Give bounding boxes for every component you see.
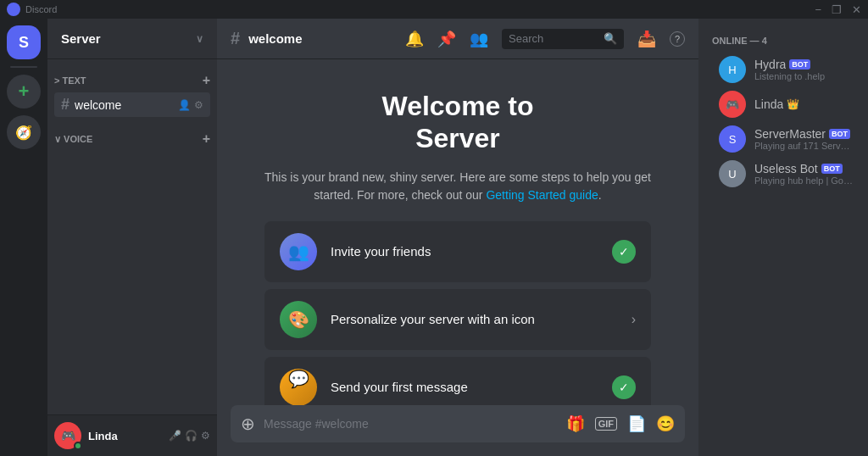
server-list: S + 🧭 xyxy=(0,19,47,456)
main-content: # welcome 🔔 📌 👥 🔍 📥 ? Welcome to Serv xyxy=(217,19,698,456)
welcome-section: Welcome to Server This is your brand new… xyxy=(231,73,685,405)
message-input-area: ⊕ 🎁 GIF 📄 😊 xyxy=(217,405,698,456)
settings-icon[interactable]: ⚙ xyxy=(194,99,203,111)
getting-started-link[interactable]: Getting Started guide xyxy=(486,188,598,202)
channel-hash-icon: # xyxy=(61,96,70,114)
restore-button[interactable]: ❐ xyxy=(832,3,842,16)
server-name: Server xyxy=(61,31,101,46)
member-name-hydra: Hydra xyxy=(754,58,786,71)
member-bot-badge-uselessbot: BOT xyxy=(821,164,843,174)
task-message-label: Send your first message xyxy=(331,380,598,394)
server-header[interactable]: Server ∨ xyxy=(47,19,217,59)
member-info-uselessbot: Useless Bot BOT Playing hub help | Going… xyxy=(754,162,854,186)
member-bot-badge-hydra: BOT xyxy=(789,59,810,70)
member-item-uselessbot[interactable]: U Useless Bot BOT Playing hub help | Goi… xyxy=(705,157,861,191)
user-settings-button[interactable]: ⚙ xyxy=(201,430,210,442)
task-personalize-icon: 🎨 xyxy=(280,301,317,338)
search-box[interactable]: 🔍 xyxy=(502,29,624,49)
help-icon[interactable]: ? xyxy=(670,31,685,47)
message-input[interactable] xyxy=(264,417,558,431)
member-item-linda[interactable]: 🎮 Linda 👑 xyxy=(705,87,861,121)
explore-button[interactable]: 🧭 xyxy=(7,115,41,149)
task-personalize[interactable]: 🎨 Personalize your server with an icon › xyxy=(264,289,651,350)
inbox-icon[interactable]: 📥 xyxy=(637,30,656,48)
task-invite-icon: 👥 xyxy=(280,233,317,270)
member-name-linda: Linda xyxy=(754,97,783,111)
gif-button[interactable]: GIF xyxy=(595,417,617,431)
member-avatar-uselessbot: U xyxy=(719,160,746,187)
close-button[interactable]: ✕ xyxy=(852,3,861,16)
task-personalize-label: Personalize your server with an icon xyxy=(331,312,618,326)
member-name-servermaster: ServerMaster xyxy=(754,127,826,141)
task-invite[interactable]: 👥 Invite your friends ✓ xyxy=(264,221,651,282)
task-message-check: ✓ xyxy=(612,375,636,399)
member-name-uselessbot: Useless Bot xyxy=(754,162,818,175)
members-sidebar: ONLINE — 4 H Hydra BOT Listening to .hel… xyxy=(698,19,868,456)
voice-category[interactable]: ∨ VOICE + xyxy=(47,118,217,150)
member-status-uselessbot: Playing hub help | Going to sle... xyxy=(754,175,854,186)
header-actions: 🔔 📌 👥 🔍 📥 ? xyxy=(405,29,685,49)
task-list: 👥 Invite your friends ✓ 🎨 Personalize yo… xyxy=(264,221,651,405)
member-info-linda: Linda 👑 xyxy=(754,97,854,111)
channel-header: # welcome 🔔 📌 👥 🔍 📥 ? xyxy=(217,19,698,59)
task-personalize-chevron: › xyxy=(632,312,636,327)
bell-icon[interactable]: 🔔 xyxy=(405,30,424,48)
server-header-chevron: ∨ xyxy=(196,33,203,45)
add-server-button[interactable]: + xyxy=(7,75,41,108)
crown-icon: 👑 xyxy=(787,98,799,110)
member-avatar-hydra: H xyxy=(719,56,746,83)
channel-hash: # xyxy=(231,29,240,48)
message-add-button[interactable]: ⊕ xyxy=(241,414,255,434)
message-input-actions: 🎁 GIF 📄 😊 xyxy=(566,414,675,433)
channel-sidebar: Server ∨ > TEXT + # welcome 👤 ⚙ ∨ VOICE … xyxy=(47,19,217,456)
invite-icon: 👤 xyxy=(178,99,191,111)
member-status-servermaster: Playing auf 171 Servern · /help xyxy=(754,141,854,151)
welcome-title: Welcome to Server xyxy=(264,90,651,155)
member-info-servermaster: ServerMaster BOT Playing auf 171 Servern… xyxy=(754,127,854,151)
member-info-hydra: Hydra BOT Listening to .help xyxy=(754,58,854,81)
emoji-icon[interactable]: 😊 xyxy=(656,414,675,433)
task-message[interactable]: 💬 Send your first message ✓ xyxy=(264,357,651,405)
sticker-icon[interactable]: 📄 xyxy=(627,414,646,433)
status-dot xyxy=(74,442,82,450)
search-input[interactable] xyxy=(509,32,598,45)
member-status-hydra: Listening to .help xyxy=(754,71,854,81)
task-invite-check: ✓ xyxy=(612,240,636,264)
app-title: Discord xyxy=(25,4,57,14)
member-avatar-servermaster: S xyxy=(719,125,746,153)
pin-icon[interactable]: 📌 xyxy=(437,30,456,48)
search-icon: 🔍 xyxy=(604,32,617,45)
task-message-icon: 💬 xyxy=(280,369,317,405)
channel-name-label: welcome xyxy=(75,98,173,112)
discord-logo xyxy=(7,3,20,16)
current-user-avatar: 🎮 xyxy=(54,422,81,449)
server-divider xyxy=(10,66,37,68)
member-avatar-linda: 🎮 xyxy=(719,91,746,118)
online-category-label: ONLINE — 4 xyxy=(698,32,868,49)
add-text-channel-button[interactable]: + xyxy=(203,73,210,88)
task-invite-label: Invite your friends xyxy=(331,244,598,259)
message-input-box: ⊕ 🎁 GIF 📄 😊 xyxy=(231,405,685,442)
mute-button[interactable]: 🎤 xyxy=(169,430,181,442)
channel-header-title: welcome xyxy=(248,31,302,46)
welcome-description: This is your brand new, shiny server. He… xyxy=(264,169,651,204)
text-category[interactable]: > TEXT + xyxy=(47,59,217,92)
gift-icon[interactable]: 🎁 xyxy=(566,414,585,433)
member-bot-badge-servermaster: BOT xyxy=(829,129,850,139)
user-bar: 🎮 Linda 🎤 🎧 ⚙ xyxy=(47,414,217,456)
chat-area: Welcome to Server This is your brand new… xyxy=(217,59,698,405)
members-icon[interactable]: 👥 xyxy=(470,30,488,48)
main-server-icon[interactable]: S xyxy=(7,25,41,59)
member-item-hydra[interactable]: H Hydra BOT Listening to .help xyxy=(705,53,861,86)
user-controls: 🎤 🎧 ⚙ xyxy=(169,430,210,442)
minimize-button[interactable]: − xyxy=(815,3,821,16)
channel-item-welcome[interactable]: # welcome 👤 ⚙ xyxy=(54,92,210,117)
channel-item-icons: 👤 ⚙ xyxy=(178,99,203,111)
deafen-button[interactable]: 🎧 xyxy=(185,430,198,442)
member-item-servermaster[interactable]: S ServerMaster BOT Playing auf 171 Serve… xyxy=(705,122,861,156)
current-username: Linda xyxy=(88,430,162,442)
add-voice-channel-button[interactable]: + xyxy=(203,131,210,147)
